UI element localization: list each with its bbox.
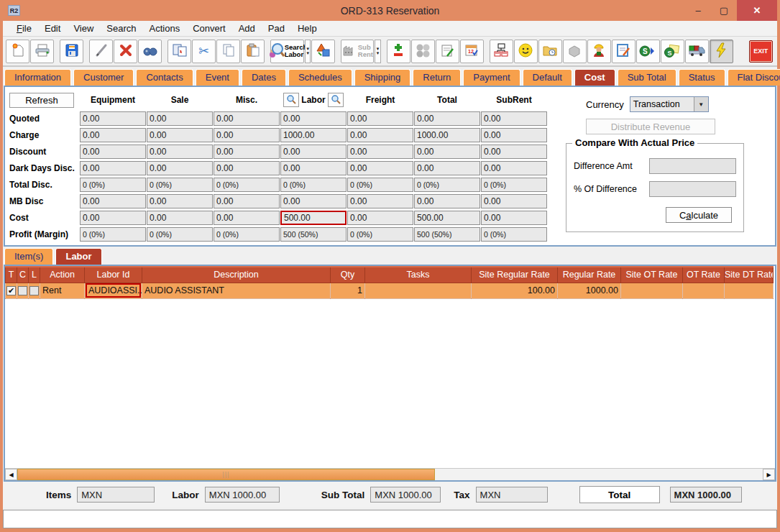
exit-button[interactable]: EXIT (749, 40, 773, 63)
cost-cell-6-1[interactable]: 0.00 (147, 211, 213, 225)
tab-labor[interactable]: Labor (55, 248, 101, 265)
tab-customer[interactable]: Customer (73, 69, 134, 86)
cost-cell-6-3[interactable]: 500.00 (280, 211, 347, 225)
horizontal-scrollbar[interactable]: ◀ ||| ▶ (5, 468, 775, 480)
cost-cell-2-6[interactable]: 0.00 (481, 145, 547, 159)
cost-cell-6-6[interactable]: 0.00 (481, 211, 547, 225)
shipping-button[interactable] (685, 40, 709, 63)
cost-cell-0-2[interactable]: 0.00 (214, 111, 280, 126)
cost-cell-1-5[interactable]: 1000.00 (414, 128, 480, 142)
cost-cell-7-0[interactable]: 0 (0%) (80, 227, 146, 242)
cost-cell-0-0[interactable]: 0.00 (80, 111, 146, 126)
cost-cell-5-0[interactable]: 0.00 (80, 194, 146, 208)
copy-button[interactable] (216, 40, 240, 63)
cost-cell-7-1[interactable]: 0 (0%) (147, 227, 213, 242)
labor-cell-labor_id[interactable]: AUDIOASSI... (85, 283, 142, 298)
cost-cell-5-4[interactable]: 0.00 (347, 194, 413, 208)
menu-convert[interactable]: Convert (186, 22, 232, 35)
labor-col-10[interactable]: Site OT Rate (621, 267, 683, 283)
cost-cell-1-1[interactable]: 0.00 (147, 128, 213, 142)
cost-cell-2-1[interactable]: 0.00 (147, 145, 213, 159)
cost-cell-7-4[interactable]: 0 (0%) (347, 227, 413, 242)
tab-flat-discounts[interactable]: Flat Discounts (728, 69, 780, 86)
c-checkbox[interactable] (18, 286, 27, 295)
cost-cell-3-4[interactable]: 0.00 (347, 161, 413, 175)
cost-cell-3-3[interactable]: 0.00 (280, 161, 347, 175)
menu-file[interactable]: File (10, 22, 38, 35)
labor-col-3[interactable]: Action (40, 267, 85, 283)
labor-col-12[interactable]: Site DT Rate (725, 267, 774, 283)
calculate-button[interactable]: Calculate (666, 207, 732, 223)
cost-cell-4-3[interactable]: 0 (0%) (280, 178, 347, 192)
sub-rent-button[interactable]: Sub Rent (341, 40, 374, 63)
menu-actions[interactable]: Actions (143, 22, 187, 35)
cost-cell-0-3[interactable]: 0.00 (280, 111, 347, 126)
find-button[interactable] (138, 40, 162, 63)
cost-cell-1-4[interactable]: 0.00 (347, 128, 413, 142)
cost-cell-5-1[interactable]: 0.00 (147, 194, 213, 208)
labor-search-right-button[interactable] (328, 93, 344, 107)
difference-amt-field[interactable] (649, 158, 736, 174)
shapes-button[interactable] (311, 40, 335, 63)
menu-edit[interactable]: Edit (38, 22, 67, 35)
cost-cell-1-2[interactable]: 0.00 (214, 128, 280, 142)
tab-information[interactable]: Information (4, 69, 71, 86)
labor-cell-qty[interactable]: 1 (331, 283, 365, 298)
cost-cell-6-5[interactable]: 500.00 (414, 211, 480, 225)
paste-button[interactable] (241, 40, 265, 63)
chevron-down-icon[interactable]: ▼ (694, 97, 708, 111)
cost-cell-2-0[interactable]: 0.00 (80, 145, 146, 159)
cost-cell-3-2[interactable]: 0.00 (214, 161, 280, 175)
group-button[interactable] (411, 40, 435, 63)
edit-button[interactable] (89, 40, 113, 63)
labor-cell-description[interactable]: AUDIO ASSISTANT (142, 283, 331, 298)
labor-search-left-button[interactable] (283, 93, 299, 107)
billing-button[interactable]: S (661, 40, 684, 63)
labor-cell-tasks[interactable] (365, 283, 472, 298)
scroll-right-icon[interactable]: ▶ (763, 469, 775, 480)
cost-cell-4-0[interactable]: 0 (0%) (80, 178, 146, 192)
org-chart-button[interactable] (490, 40, 513, 63)
calendar-button[interactable]: 12 (460, 40, 484, 63)
cost-cell-4-6[interactable]: 0 (0%) (481, 178, 547, 192)
cost-cell-3-0[interactable]: 0.00 (80, 161, 146, 175)
new-button[interactable] (6, 40, 29, 63)
labor-col-5[interactable]: Description (142, 267, 331, 283)
sub-rent-spinner[interactable]: ▼▼ (375, 40, 380, 63)
tab-schedules[interactable]: Schedules (288, 69, 352, 86)
tab-shipping[interactable]: Shipping (354, 69, 411, 86)
labor-col-2[interactable]: L (29, 267, 40, 283)
print-button[interactable] (30, 40, 54, 63)
labor-cell-action[interactable]: Rent (40, 283, 85, 298)
labor-col-0[interactable]: T (6, 267, 17, 283)
cut-button[interactable]: ✂ (192, 40, 216, 63)
tab-default[interactable]: Default (523, 69, 572, 86)
folder-history-button[interactable] (538, 40, 562, 63)
tab-items[interactable]: Item(s) (4, 248, 53, 265)
cost-cell-5-2[interactable]: 0.00 (214, 194, 280, 208)
post-revenue-button[interactable]: S (636, 40, 660, 63)
cost-cell-4-4[interactable]: 0 (0%) (347, 178, 413, 192)
labor-col-6[interactable]: Qty (331, 267, 365, 283)
l-checkbox[interactable] (29, 286, 39, 295)
edit-note-button[interactable] (612, 40, 636, 63)
cost-cell-2-3[interactable]: 0.00 (280, 145, 347, 159)
menu-view[interactable]: View (67, 22, 100, 35)
labor-col-1[interactable]: C (17, 267, 29, 283)
cost-cell-7-2[interactable]: 0 (0%) (214, 227, 280, 242)
inactive-button[interactable] (563, 40, 587, 63)
cost-cell-5-3[interactable]: 0.00 (280, 194, 347, 208)
cost-cell-6-2[interactable]: 0.00 (214, 211, 280, 225)
distribute-revenue-button[interactable]: Distribute Revenue (586, 119, 715, 134)
copy-to-button[interactable] (168, 40, 191, 63)
tab-contacts[interactable]: Contacts (136, 69, 193, 86)
currency-select[interactable]: Transaction ▼ (630, 96, 709, 112)
cost-cell-4-1[interactable]: 0 (0%) (147, 178, 213, 192)
scroll-left-icon[interactable]: ◀ (5, 469, 17, 480)
cost-cell-0-4[interactable]: 0.00 (347, 111, 413, 126)
menu-add[interactable]: Add (232, 22, 262, 35)
tab-return[interactable]: Return (413, 69, 461, 86)
cost-cell-3-6[interactable]: 0.00 (481, 161, 547, 175)
save-button[interactable] (60, 40, 83, 63)
cost-cell-2-5[interactable]: 0.00 (414, 145, 480, 159)
